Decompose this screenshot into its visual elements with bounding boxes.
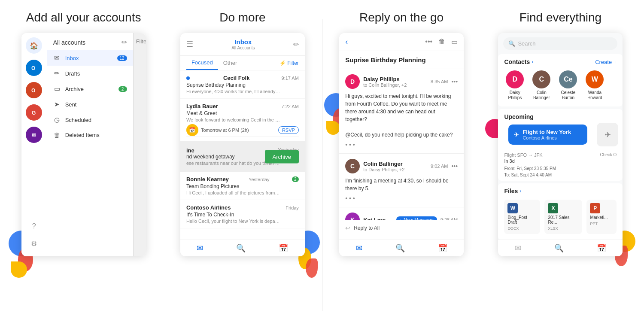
s2-email-1[interactable]: Lydia Bauer 7:22 AM Meet & Greet We look… bbox=[180, 99, 305, 141]
s3-reply-all-label[interactable]: Reply to All bbox=[354, 225, 380, 231]
s1-main-panel: All accounts ✏ ✉ Inbox 12 ✏ Drafts ▭ A bbox=[47, 33, 133, 256]
s4-file-0-icon: W bbox=[507, 203, 518, 213]
s3-reply-icon[interactable]: ↩ bbox=[345, 225, 350, 231]
s3-delete-icon[interactable]: 🗑 bbox=[438, 38, 445, 46]
s1-menu-inbox[interactable]: ✉ Inbox 12 bbox=[47, 50, 133, 66]
s4-create-btn[interactable]: Create + bbox=[595, 59, 617, 65]
s2-tabs: Focused Other ⚡ Filter bbox=[180, 56, 305, 70]
s2-nav-bar: ✉ 🔍 📅 bbox=[180, 240, 305, 256]
s4-file-2[interactable]: P Marketi... PPT bbox=[586, 200, 617, 234]
s2-archive-btn[interactable]: Archive bbox=[265, 150, 299, 163]
s4-search-bar[interactable]: 🔍 Search bbox=[503, 37, 617, 50]
s1-menu-drafts[interactable]: ✏ Drafts bbox=[47, 66, 133, 81]
s4-file-1-ext: XLSX bbox=[548, 226, 579, 231]
s3-back-btn[interactable]: ‹ bbox=[345, 37, 348, 46]
s2-swipe-email[interactable]: ine Yesterday nd weekend getaway ese res… bbox=[180, 141, 305, 172]
s2-compose-icon[interactable]: ✏ bbox=[293, 40, 299, 49]
s3-more-icon[interactable]: ••• bbox=[425, 38, 432, 46]
s1-mail-icon[interactable]: ✉ bbox=[26, 127, 42, 143]
s2-tab-focused[interactable]: Focused bbox=[186, 56, 218, 70]
s4-flight-card-2[interactable]: ✈ bbox=[597, 123, 618, 146]
s4-nav-mail-icon[interactable]: ✉ bbox=[515, 243, 521, 253]
s2-unread-dot bbox=[186, 76, 190, 80]
s2-email-3-badge: 2 bbox=[292, 176, 299, 182]
s4-contact-name-1: ColinBallinger bbox=[533, 90, 550, 100]
s4-flight-details: Flight SFO → JFK In 3d Check O bbox=[498, 150, 623, 166]
s4-phone-mockup: 🔍 Search Contacts › Create + D DaisyPhil… bbox=[498, 33, 623, 256]
s2-email-3-time: Yesterday bbox=[249, 177, 270, 182]
s1-scheduled-label: Scheduled bbox=[65, 117, 127, 123]
s4-files-more[interactable]: › bbox=[519, 188, 521, 194]
s4-file-0[interactable]: W Blog_Post Draft DOCX bbox=[504, 200, 540, 234]
s4-contact-1[interactable]: C ColinBallinger bbox=[531, 70, 552, 100]
s1-sidebar: 🏠 O O G ✉ ? ⚙ bbox=[21, 33, 47, 256]
s2-nav-calendar-icon[interactable]: 📅 bbox=[279, 243, 288, 253]
s1-bottom-icons: ? ⚙ bbox=[27, 220, 40, 256]
s1-help-icon[interactable]: ? bbox=[27, 220, 40, 233]
s3-msg-0-ellipsis: • • • bbox=[345, 141, 458, 148]
s3-nav-mail-icon[interactable]: ✉ bbox=[356, 243, 362, 253]
s1-inbox-label: Inbox bbox=[65, 55, 113, 61]
s1-compose-icon[interactable]: ✏ bbox=[122, 38, 127, 46]
s2-filter-btn[interactable]: ⚡ Filter bbox=[279, 60, 299, 66]
s1-phone-mockup: 🏠 O O G ✉ ? ⚙ bbox=[21, 33, 146, 256]
s1-menu-archive[interactable]: ▭ Archive 2 bbox=[47, 81, 133, 97]
s2-inbox-title: Inbox bbox=[231, 38, 255, 46]
s4-nav-search-icon[interactable]: 🔍 bbox=[554, 243, 564, 253]
s3-header-icons: ••• 🗑 ▭ bbox=[425, 38, 458, 46]
s2-email-3-header: Bonnie Kearney Yesterday 2 bbox=[186, 176, 299, 182]
s1-gmail-icon[interactable]: G bbox=[26, 104, 42, 121]
s1-archive-label: Archive bbox=[65, 86, 114, 92]
s3-msg-1-more[interactable]: ••• bbox=[451, 163, 458, 170]
s1-archive-badge: 2 bbox=[118, 86, 127, 92]
s3-msg-0-more[interactable]: ••• bbox=[451, 78, 458, 85]
s1-home-button[interactable]: 🏠 bbox=[26, 37, 42, 54]
s4-contact-avatar-2: Ce bbox=[559, 70, 577, 88]
s4-file-1[interactable]: X 2017 Sales Re... XLSX bbox=[544, 200, 582, 234]
s1-settings-icon[interactable]: ⚙ bbox=[27, 237, 40, 250]
s4-contacts-row: D DaisyPhillips C ColinBallinger Ce Cele… bbox=[498, 68, 623, 105]
s3-msg-1-header: C Colin Ballinger to Daisy Phillips, +2 … bbox=[345, 159, 458, 173]
s2-swipe-container: ine Yesterday nd weekend getaway ese res… bbox=[180, 141, 305, 172]
s3-msg-1-ellipsis: • • • bbox=[345, 195, 458, 202]
s1-outlook-icon[interactable]: O bbox=[26, 60, 42, 76]
s4-search-icon: 🔍 bbox=[508, 40, 515, 47]
s2-email-0[interactable]: Cecil Folk 9:17 AM Suprise Birthday Plan… bbox=[180, 70, 305, 99]
s2-email-4-header: Contoso Airlines Friday bbox=[186, 204, 299, 211]
s1-office-icon[interactable]: O bbox=[26, 82, 42, 98]
s4-contact-0[interactable]: D DaisyPhillips bbox=[504, 70, 526, 100]
s2-nav-mail-icon[interactable]: ✉ bbox=[197, 243, 203, 253]
s2-email-1-preview: We look forward to welcoming Cecil in th… bbox=[186, 117, 281, 122]
s3-nav-calendar-icon[interactable]: 📅 bbox=[438, 243, 447, 253]
s1-right-panel: Filter bbox=[133, 33, 146, 256]
s4-nav-calendar-icon[interactable]: 📅 bbox=[597, 243, 606, 253]
s4-contacts-more[interactable]: › bbox=[532, 59, 533, 65]
s3-nav-bar: ✉ 🔍 📅 bbox=[339, 240, 464, 256]
s2-phone-mockup: ☰ Inbox All Accounts ✏ Focused Other ⚡ F… bbox=[180, 33, 305, 256]
s3-nav-search-icon[interactable]: 🔍 bbox=[395, 243, 405, 253]
s4-contact-3[interactable]: W WandaHoward bbox=[584, 70, 605, 100]
s1-menu-scheduled[interactable]: ◷ Scheduled bbox=[47, 112, 133, 128]
s4-contact-avatar-1: C bbox=[532, 70, 550, 88]
s2-hamburger-icon[interactable]: ☰ bbox=[186, 39, 193, 49]
s2-email-1-subject: Meet & Greet bbox=[186, 110, 299, 116]
s1-menu-deleted[interactable]: 🗑 Deleted Items bbox=[47, 128, 133, 143]
s2-email-1-header: Lydia Bauer 7:22 AM bbox=[186, 103, 299, 109]
s2-email-3[interactable]: Bonnie Kearney Yesterday 2 Team Bonding … bbox=[180, 172, 305, 200]
s2-nav-search-icon[interactable]: 🔍 bbox=[236, 243, 246, 253]
s2-rsvp-btn[interactable]: RSVP bbox=[278, 126, 299, 134]
s2-email-0-preview: Hi everyone, 4:30 works for me, I'll alr… bbox=[186, 89, 281, 94]
s3-archive-icon[interactable]: ▭ bbox=[451, 38, 458, 46]
s4-contact-avatar-3: W bbox=[586, 70, 604, 88]
s4-contact-2[interactable]: Ce CelesteBurton bbox=[557, 70, 579, 100]
s4-flight-from: From: Fri, Sept 23 5:35 PM bbox=[498, 166, 623, 173]
s3-msg-0-header: D Daisy Phillips to Colin Ballinger, +2 … bbox=[345, 74, 458, 89]
s2-inbox-sub: All Accounts bbox=[231, 46, 255, 50]
s4-file-2-icon: P bbox=[590, 203, 600, 213]
s2-tab-other[interactable]: Other bbox=[218, 56, 243, 70]
s4-flight-title: Flight to New York bbox=[522, 129, 571, 135]
s1-menu-sent[interactable]: ➤ Sent bbox=[47, 97, 133, 112]
s4-flight-card[interactable]: ✈ Flight to New York Contoso Airlines bbox=[508, 125, 587, 145]
s2-email-4[interactable]: Contoso Airlines Friday It's Time To Che… bbox=[180, 200, 305, 228]
s1-inbox-icon: ✉ bbox=[53, 54, 61, 62]
